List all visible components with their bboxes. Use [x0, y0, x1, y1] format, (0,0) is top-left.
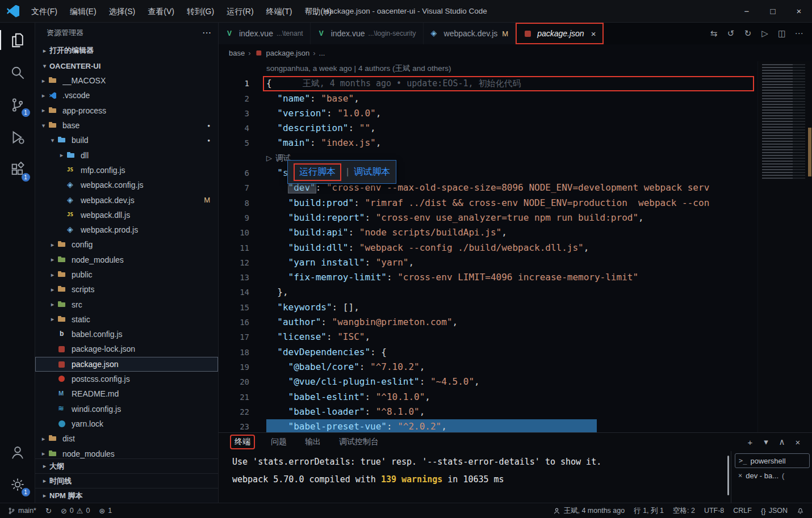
- gitlens-blame[interactable]: 王斌, 4 months ago: [553, 506, 625, 516]
- tree-item-base[interactable]: ▾base●: [35, 118, 218, 133]
- tree-item-postcss-config-js[interactable]: postcss.config.js: [35, 372, 218, 386]
- tree-item-macosx[interactable]: ▸__MACOSX: [35, 73, 218, 88]
- code-line-23[interactable]: 23 "babel-preset-vue": "^2.0.2",: [219, 419, 757, 432]
- language-indicator[interactable]: {} JSON: [761, 507, 788, 515]
- previous-change-icon[interactable]: ↺: [723, 26, 738, 41]
- run-icon[interactable]: ▷: [266, 151, 272, 166]
- code-line-17[interactable]: 17 "license": "ISC",: [219, 330, 757, 344]
- terminal-picker-dropdown[interactable]: ▾: [759, 435, 773, 449]
- notifications-bell[interactable]: [797, 507, 804, 515]
- code-line-4[interactable]: 4 "description": "",: [219, 121, 757, 136]
- tree-item-babel-config-js[interactable]: babel.config.js: [35, 327, 218, 342]
- tree-item-public[interactable]: ▸public: [35, 267, 218, 282]
- tree-item-package-lock-json[interactable]: package-lock.json: [35, 342, 218, 356]
- menu-item-5[interactable]: 运行(R): [220, 0, 259, 23]
- workspace-root[interactable]: ▾ OACENTER-UI: [35, 58, 218, 73]
- tree-item-mfp-config-js[interactable]: mfp.config.js: [35, 163, 218, 178]
- terminal[interactable]: Use 'stats.errorDetails: true' resp. '--…: [219, 451, 731, 503]
- close-icon[interactable]: ×: [591, 29, 596, 39]
- run-script-link[interactable]: 运行脚本: [294, 163, 341, 181]
- run-script-icon[interactable]: ▷: [757, 26, 772, 41]
- status-badge[interactable]: ⊛ 1: [99, 507, 112, 515]
- debug-script-link[interactable]: 调试脚本: [354, 166, 390, 178]
- menu-item-4[interactable]: 转到(G): [181, 0, 220, 23]
- maximize-panel-button[interactable]: ∧: [775, 435, 789, 449]
- tree-item-webpack-prod-js[interactable]: webpack.prod.js: [35, 222, 218, 237]
- tree-item-windi-config-js[interactable]: windi.config.js: [35, 402, 218, 416]
- breadcrumb-item-package-json[interactable]: package.json: [254, 48, 310, 57]
- tree-item-node-modules[interactable]: ▸node_modules: [35, 446, 218, 458]
- maximize-button[interactable]: □: [760, 0, 786, 23]
- code-line-11[interactable]: 11 "build:dll": "webpack --config ./buil…: [219, 241, 757, 255]
- tree-item-webpack-dev-js[interactable]: webpack.dev.jsM: [35, 192, 218, 207]
- next-change-icon[interactable]: ↻: [740, 26, 755, 41]
- tree-item-scripts[interactable]: ▸scripts: [35, 282, 218, 297]
- sidebar-more-actions-icon[interactable]: ⋯: [202, 27, 211, 38]
- compare-changes-icon[interactable]: ⇆: [706, 26, 721, 41]
- extensions-icon[interactable]: 1: [0, 153, 35, 186]
- account-icon[interactable]: [0, 436, 35, 468]
- sync-button[interactable]: ↻: [45, 507, 52, 515]
- code-line-13[interactable]: 13 "fix-memroy-limit": "cross-env LIMIT=…: [219, 270, 757, 285]
- code-line-1[interactable]: 1{王斌, 4 months ago • update:EOS-1, 初始化代码: [219, 76, 757, 91]
- panel-tab-[interactable]: 终端: [230, 435, 255, 449]
- cursor-position[interactable]: 行 1, 列 1: [634, 506, 664, 516]
- tree-item-dist[interactable]: ▸dist: [35, 431, 218, 446]
- tree-item-dll[interactable]: ▸dll: [35, 148, 218, 162]
- tree-item-config[interactable]: ▸config: [35, 237, 218, 252]
- code-line-20[interactable]: 20 "@vue/cli-plugin-eslint": "~4.5.0",: [219, 374, 757, 389]
- split-editor-icon[interactable]: ◫: [775, 26, 789, 41]
- run-debug-icon[interactable]: [0, 121, 35, 153]
- tree-item-readme-md[interactable]: README.md: [35, 386, 218, 401]
- tree-item-node-modules[interactable]: ▸node_modules: [35, 252, 218, 267]
- settings-gear-icon[interactable]: 1: [0, 468, 35, 500]
- tree-item-build[interactable]: ▾build●: [35, 133, 218, 148]
- open-editors-section[interactable]: ▸ 打开的编辑器: [35, 43, 218, 58]
- close-panel-button[interactable]: ×: [790, 435, 805, 449]
- close-button[interactable]: ×: [786, 0, 812, 23]
- minimap[interactable]: [757, 61, 812, 432]
- breadcrumb-item-[interactable]: ...: [319, 49, 325, 57]
- terminal-session-powershell[interactable]: >_powershell: [735, 453, 810, 468]
- eol-indicator[interactable]: CRLF: [733, 507, 752, 515]
- code-line-12[interactable]: 12 "yarn install": "yarn",: [219, 255, 757, 270]
- breadcrumb-item-base[interactable]: base: [229, 49, 245, 57]
- tree-item-static[interactable]: ▸static: [35, 312, 218, 327]
- more-actions-icon[interactable]: ⋯: [792, 26, 806, 41]
- menu-item-6[interactable]: 终端(T): [260, 0, 299, 23]
- tab-index-vue[interactable]: index.vue...\login-security: [311, 23, 424, 44]
- menu-item-0[interactable]: 文件(F): [25, 0, 64, 23]
- panel-tab-[interactable]: 输出: [303, 436, 323, 448]
- npm-scripts-section[interactable]: ▸ NPM 脚本: [35, 488, 218, 503]
- tab-package-json[interactable]: package.json×: [516, 23, 604, 44]
- code-line-15[interactable]: 15 "keywords": [],: [219, 300, 757, 315]
- timeline-section[interactable]: ▸ 时间线: [35, 473, 218, 488]
- minimize-button[interactable]: −: [734, 0, 760, 23]
- code-line-21[interactable]: 21 "babel-eslint": "^10.1.0",: [219, 390, 757, 405]
- code-line-22[interactable]: 22 "babel-loader": "^8.1.0",: [219, 405, 757, 419]
- code-line-5[interactable]: 5 "main": "index.js",: [219, 136, 757, 150]
- branch-indicator[interactable]: main*: [8, 507, 36, 515]
- panel-tab-[interactable]: 问题: [269, 436, 289, 448]
- tree-item-app-process[interactable]: ▸app-process: [35, 103, 218, 118]
- terminal-session-dev-ba[interactable]: ×dev - ba...(: [735, 468, 810, 483]
- outline-section[interactable]: ▸ 大纲: [35, 458, 218, 473]
- search-icon[interactable]: [0, 56, 35, 89]
- menu-item-2[interactable]: 选择(S): [103, 0, 142, 23]
- code-line-3[interactable]: 3 "version": "1.0.0",: [219, 106, 757, 121]
- source-control-icon[interactable]: 1: [0, 89, 35, 121]
- code-line-14[interactable]: 14 },: [219, 285, 757, 300]
- tab-webpack-dev-js[interactable]: webpack.dev.jsM: [424, 23, 516, 44]
- encoding-indicator[interactable]: UTF-8: [704, 507, 724, 515]
- tree-item-webpack-config-js[interactable]: webpack.config.js: [35, 178, 218, 192]
- new-terminal-button[interactable]: +: [743, 435, 757, 449]
- tree-item-package-json[interactable]: package.json: [35, 357, 218, 372]
- code-line-8[interactable]: 8 "build:prod": "rimraf ../dist && cross…: [219, 196, 757, 210]
- code-line-19[interactable]: 19 "@babel/core": "^7.10.2",: [219, 360, 757, 374]
- code-line-16[interactable]: 16 "author": "wangbin@primeton.com",: [219, 315, 757, 330]
- indentation-indicator[interactable]: 空格: 2: [673, 506, 695, 516]
- problems-indicator[interactable]: ⊘ 0 ⚠ 0: [61, 507, 90, 515]
- code-line-2[interactable]: 2 "name": "base",: [219, 91, 757, 106]
- tree-item-yarn-lock[interactable]: yarn.lock: [35, 416, 218, 431]
- explorer-icon[interactable]: [0, 24, 35, 56]
